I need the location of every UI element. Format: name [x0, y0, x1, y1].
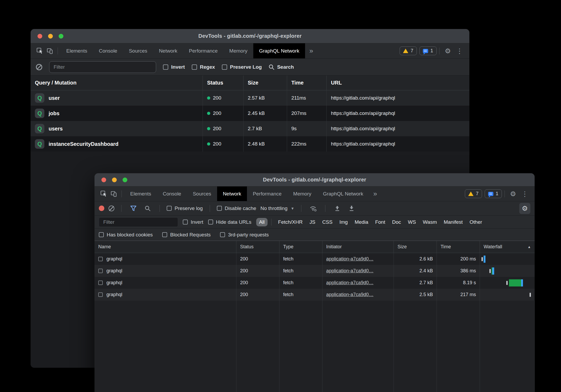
- tab-sources[interactable]: Sources: [187, 186, 217, 201]
- import-har-icon[interactable]: [332, 203, 342, 213]
- has-blocked-cookies-checkbox[interactable]: Has blocked cookies: [99, 232, 153, 238]
- column-header-size[interactable]: Size: [244, 76, 287, 90]
- column-header-status[interactable]: Status: [236, 241, 279, 253]
- column-header-waterfall[interactable]: Waterfall▲: [480, 241, 535, 253]
- network-settings-button[interactable]: ⚙: [519, 203, 530, 214]
- column-header-query-mutation[interactable]: Query / Mutation: [31, 76, 203, 90]
- tab-network[interactable]: Network: [153, 43, 183, 58]
- more-tabs-icon[interactable]: »: [369, 190, 381, 198]
- column-header-time[interactable]: Time: [437, 241, 480, 253]
- type-filter-img[interactable]: Img: [336, 218, 351, 226]
- filter-input[interactable]: [99, 217, 178, 227]
- clear-icon[interactable]: [109, 206, 114, 211]
- table-row[interactable]: Quser2002.57 kB211mshttps://gitlab.com/a…: [31, 90, 469, 106]
- row-checkbox[interactable]: [98, 292, 103, 297]
- maximize-button[interactable]: [59, 34, 63, 39]
- type-filter-ws[interactable]: WS: [405, 218, 419, 226]
- tab-graphql-network[interactable]: GraphQL Network: [253, 43, 305, 58]
- inspect-element-icon[interactable]: [99, 189, 109, 199]
- search-control[interactable]: Search: [269, 64, 294, 70]
- filter-funnel-icon[interactable]: [128, 203, 138, 213]
- issues-badge[interactable]: 1: [419, 46, 437, 55]
- inspect-element-icon[interactable]: [35, 46, 45, 56]
- table-row[interactable]: graphql200fetchapplication-a7ca9d0…2.6 k…: [95, 253, 535, 265]
- tab-elements[interactable]: Elements: [60, 43, 93, 58]
- initiator-link[interactable]: application-a7ca9d0…: [326, 292, 373, 297]
- table-row[interactable]: Qusers2002.7 kB9shttps://gitlab.com/api/…: [31, 121, 469, 136]
- invert-checkbox[interactable]: Invert: [183, 219, 203, 225]
- settings-gear-icon[interactable]: ⚙: [442, 48, 454, 54]
- throttling-select[interactable]: No throttling ▼: [260, 206, 294, 211]
- initiator-link[interactable]: application-a7ca9d0…: [326, 280, 373, 286]
- column-header-status[interactable]: Status: [203, 76, 244, 90]
- clear-icon[interactable]: [36, 64, 42, 70]
- type-filter-wasm[interactable]: Wasm: [420, 218, 440, 226]
- tab-performance[interactable]: Performance: [183, 43, 223, 58]
- device-toolbar-icon[interactable]: [45, 46, 55, 56]
- row-checkbox[interactable]: [98, 257, 103, 261]
- warnings-badge[interactable]: 7: [400, 46, 417, 55]
- minimize-button[interactable]: [112, 178, 117, 182]
- network-conditions-icon[interactable]: [308, 203, 318, 213]
- settings-gear-icon[interactable]: ⚙: [507, 190, 519, 197]
- column-header-time[interactable]: Time: [287, 76, 327, 90]
- tab-memory[interactable]: Memory: [223, 43, 253, 58]
- initiator-link[interactable]: application-a7ca9d0…: [326, 268, 373, 274]
- type-filter-fetch-xhr[interactable]: Fetch/XHR: [275, 218, 306, 226]
- warnings-badge[interactable]: 7: [465, 189, 482, 198]
- table-row[interactable]: graphql200fetchapplication-a7ca9d0…2.7 k…: [95, 277, 535, 289]
- preserve-log-checkbox[interactable]: Preserve Log: [222, 64, 262, 70]
- type-filter-css[interactable]: CSS: [319, 218, 335, 226]
- blocked-requests-checkbox[interactable]: Blocked Requests: [162, 232, 211, 238]
- regex-checkbox[interactable]: Regex: [192, 64, 215, 70]
- close-button[interactable]: [38, 34, 42, 39]
- disable-cache-checkbox[interactable]: Disable cache: [217, 206, 256, 211]
- column-header-size[interactable]: Size: [394, 241, 437, 253]
- hide-data-urls-checkbox[interactable]: Hide data URLs: [208, 219, 251, 225]
- checkbox-box: [208, 220, 213, 225]
- table-row[interactable]: graphql200fetchapplication-a7ca9d0…2.4 k…: [95, 265, 535, 277]
- close-button[interactable]: [101, 178, 106, 182]
- tab-console[interactable]: Console: [93, 43, 123, 58]
- minimize-button[interactable]: [48, 34, 53, 39]
- preserve-log-checkbox[interactable]: Preserve log: [167, 206, 203, 211]
- tab-console[interactable]: Console: [157, 186, 187, 201]
- kebab-menu-icon[interactable]: ⋮: [454, 48, 466, 54]
- table-row[interactable]: Qjobs2002.45 kB207mshttps://gitlab.com/a…: [31, 106, 469, 121]
- divider: [301, 205, 301, 212]
- initiator-link[interactable]: application-a7ca9d0…: [326, 256, 373, 262]
- tab-performance[interactable]: Performance: [247, 186, 287, 201]
- row-checkbox[interactable]: [98, 281, 103, 285]
- query-cell: QinstanceSecurityDashboard: [31, 136, 203, 152]
- table-row[interactable]: QinstanceSecurityDashboard2002.48 kB222m…: [31, 136, 469, 152]
- filter-input[interactable]: [49, 61, 156, 73]
- type-filter-manifest[interactable]: Manifest: [441, 218, 466, 226]
- kebab-menu-icon[interactable]: ⋮: [519, 190, 531, 197]
- type-filter-js[interactable]: JS: [307, 218, 318, 226]
- row-checkbox[interactable]: [98, 269, 103, 273]
- tab-network[interactable]: Network: [217, 186, 247, 201]
- device-toolbar-icon[interactable]: [109, 189, 119, 199]
- type-filter-doc[interactable]: Doc: [389, 218, 404, 226]
- type-filter-other[interactable]: Other: [467, 218, 485, 226]
- column-header-initiator[interactable]: Initiator: [322, 241, 394, 253]
- record-button[interactable]: [99, 206, 104, 211]
- search-icon[interactable]: [143, 203, 153, 213]
- column-header-url[interactable]: URL: [327, 76, 469, 90]
- 3rd-party-requests-checkbox[interactable]: 3rd-party requests: [220, 232, 269, 238]
- maximize-button[interactable]: [123, 178, 127, 182]
- tab-graphql-network[interactable]: GraphQL Network: [317, 186, 369, 201]
- type-filter-font[interactable]: Font: [372, 218, 388, 226]
- tab-memory[interactable]: Memory: [287, 186, 317, 201]
- type-filter-media[interactable]: Media: [352, 218, 371, 226]
- export-har-icon[interactable]: [347, 203, 357, 213]
- column-header-name[interactable]: Name: [95, 241, 236, 253]
- issues-badge[interactable]: 1: [485, 189, 502, 198]
- table-row[interactable]: graphql200fetchapplication-a7ca9d0…2.5 k…: [95, 289, 535, 301]
- type-filter-all[interactable]: All: [256, 218, 268, 226]
- invert-checkbox[interactable]: Invert: [163, 64, 185, 70]
- tab-sources[interactable]: Sources: [123, 43, 153, 58]
- column-header-type[interactable]: Type: [279, 241, 322, 253]
- tab-elements[interactable]: Elements: [124, 186, 157, 201]
- more-tabs-icon[interactable]: »: [305, 47, 317, 55]
